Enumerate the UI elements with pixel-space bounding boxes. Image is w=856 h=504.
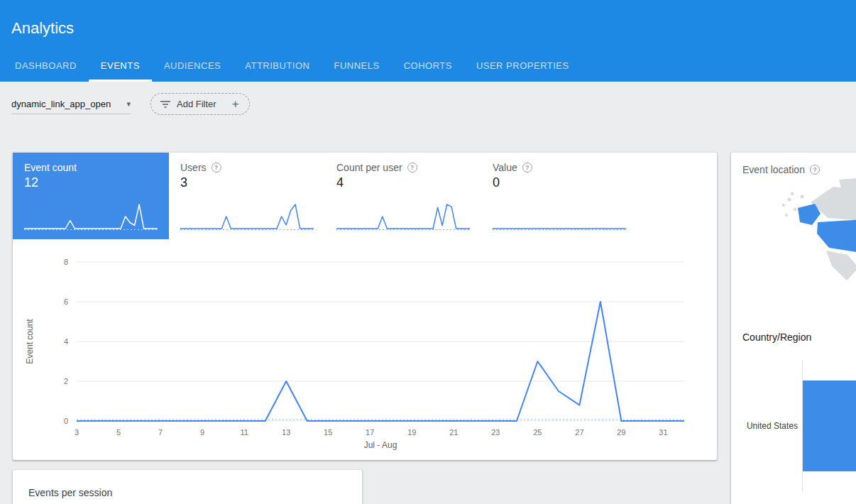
svg-text:5: 5 xyxy=(116,428,121,437)
event-selector-dropdown[interactable]: dynamic_link_app_open ▾ xyxy=(11,94,131,114)
united-states-bar xyxy=(803,380,856,471)
svg-text:17: 17 xyxy=(366,428,374,437)
svg-text:0: 0 xyxy=(64,417,68,425)
metric-tile-event-count[interactable]: Event count 12 xyxy=(13,153,169,239)
metric-label: Value xyxy=(493,162,517,173)
tab-events[interactable]: EVENTS xyxy=(89,49,152,82)
svg-text:23: 23 xyxy=(491,428,500,437)
add-icon: + xyxy=(232,97,239,111)
events-overview-card: Event count 12 Users ? 3 Count per user … xyxy=(13,153,717,460)
metric-tiles: Event count 12 Users ? 3 Count per user … xyxy=(13,153,637,239)
app-title: Analytics xyxy=(11,19,74,38)
country-region-heading: Country/Region xyxy=(742,332,856,343)
add-filter-label: Add Filter xyxy=(177,99,216,109)
events-per-session-title: Events per session xyxy=(28,487,346,498)
north-america-map xyxy=(778,178,856,313)
app-header: Analytics DASHBOARD EVENTS AUDIENCES ATT… xyxy=(0,0,856,82)
svg-text:4: 4 xyxy=(64,337,68,346)
help-icon[interactable]: ? xyxy=(522,163,532,172)
country-bar-chart: United States xyxy=(742,360,856,491)
tab-cohorts[interactable]: COHORTS xyxy=(392,49,464,82)
svg-text:8: 8 xyxy=(64,258,68,266)
caret-down-icon: ▾ xyxy=(126,99,131,109)
metric-tile-count-per-user[interactable]: Count per user ? 4 xyxy=(325,153,481,239)
svg-text:29: 29 xyxy=(617,428,625,437)
event-location-card: Event location ? xyxy=(731,153,856,504)
tab-dashboard[interactable]: DASHBOARD xyxy=(3,49,89,82)
country-label: United States xyxy=(742,360,802,491)
metric-value: 12 xyxy=(24,175,158,190)
tab-user-properties[interactable]: USER PROPERTIES xyxy=(464,49,581,82)
metric-tile-users[interactable]: Users ? 3 xyxy=(169,153,325,239)
nav-tabs: DASHBOARD EVENTS AUDIENCES ATTRIBUTION F… xyxy=(3,49,581,82)
map-mexico xyxy=(826,251,856,280)
metric-label: Users xyxy=(180,162,207,173)
tab-attribution[interactable]: ATTRIBUTION xyxy=(233,49,322,82)
filter-icon xyxy=(160,99,171,110)
metric-label: Event count xyxy=(24,162,158,173)
event-count-chart: 0246835791113151719212325272931Jul - Aug… xyxy=(23,252,704,461)
event-count-line-chart: 0246835791113151719212325272931Jul - Aug… xyxy=(23,252,704,458)
help-icon[interactable]: ? xyxy=(407,163,417,172)
svg-text:21: 21 xyxy=(449,428,458,437)
svg-text:31: 31 xyxy=(659,428,667,437)
tab-audiences[interactable]: AUDIENCES xyxy=(152,49,233,82)
svg-text:19: 19 xyxy=(407,428,416,437)
metric-value: 3 xyxy=(180,175,314,190)
svg-text:15: 15 xyxy=(324,428,332,437)
metric-tile-value[interactable]: Value ? 0 xyxy=(481,153,637,239)
svg-text:27: 27 xyxy=(575,428,583,437)
add-filter-button[interactable]: Add Filter + xyxy=(150,93,250,115)
tab-funnels[interactable]: FUNNELS xyxy=(322,49,391,82)
help-icon[interactable]: ? xyxy=(810,165,820,175)
event-location-title: Event location xyxy=(742,164,805,175)
svg-text:9: 9 xyxy=(200,428,204,437)
value-sparkline xyxy=(493,199,626,231)
svg-text:2: 2 xyxy=(64,377,68,385)
svg-text:25: 25 xyxy=(533,428,542,437)
metric-value: 4 xyxy=(336,175,470,190)
svg-text:11: 11 xyxy=(240,428,248,437)
event-count-sparkline xyxy=(24,199,158,231)
svg-text:13: 13 xyxy=(282,428,290,437)
svg-text:6: 6 xyxy=(64,297,68,306)
count-per-user-sparkline xyxy=(336,199,470,231)
users-sparkline xyxy=(180,199,314,231)
svg-text:Event count: Event count xyxy=(25,319,35,364)
svg-text:7: 7 xyxy=(158,428,163,437)
svg-text:Jul - Aug: Jul - Aug xyxy=(364,440,397,450)
events-per-session-card: Events per session xyxy=(13,470,362,504)
help-icon[interactable]: ? xyxy=(212,163,221,172)
map-united-states xyxy=(817,219,856,252)
metric-value: 0 xyxy=(493,175,626,190)
svg-text:3: 3 xyxy=(75,428,79,437)
event-selector-value: dynamic_link_app_open xyxy=(11,99,111,109)
world-map xyxy=(778,178,856,313)
metric-label: Count per user xyxy=(336,162,402,173)
